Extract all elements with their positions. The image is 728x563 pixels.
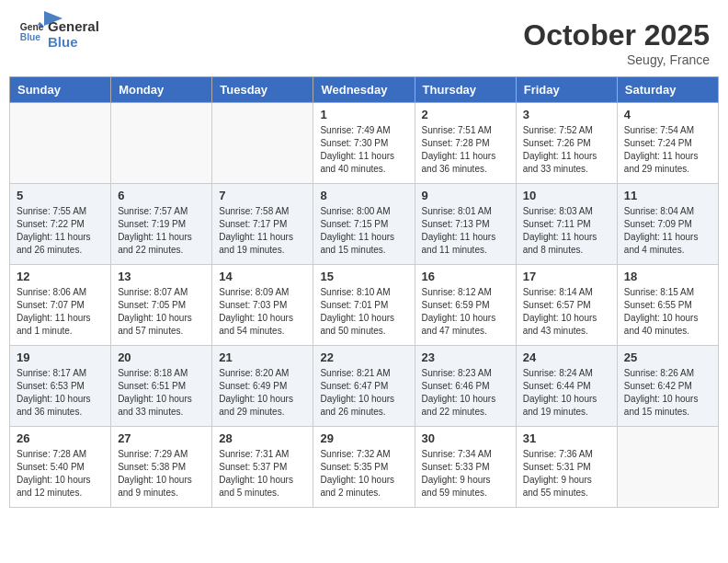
calendar-cell-day-17: 17Sunrise: 8:14 AM Sunset: 6:57 PM Dayli… [516, 265, 617, 346]
cell-content: Sunrise: 8:10 AM Sunset: 7:01 PM Dayligh… [320, 286, 407, 338]
calendar-cell-day-23: 23Sunrise: 8:23 AM Sunset: 6:46 PM Dayli… [415, 346, 516, 427]
location: Seugy, France [523, 52, 710, 67]
calendar-cell-day-13: 13Sunrise: 8:07 AM Sunset: 7:05 PM Dayli… [111, 265, 212, 346]
cell-content: Sunrise: 8:21 AM Sunset: 6:47 PM Dayligh… [320, 367, 407, 419]
cell-content: Sunrise: 8:23 AM Sunset: 6:46 PM Dayligh… [422, 367, 509, 419]
logo-icon: General Blue [18, 18, 44, 44]
calendar-cell-day-21: 21Sunrise: 8:20 AM Sunset: 6:49 PM Dayli… [212, 346, 313, 427]
calendar-cell-day-27: 27Sunrise: 7:29 AM Sunset: 5:38 PM Dayli… [111, 427, 212, 508]
calendar-cell-day-31: 31Sunrise: 7:36 AM Sunset: 5:31 PM Dayli… [516, 427, 617, 508]
calendar-cell-day-29: 29Sunrise: 7:32 AM Sunset: 5:35 PM Dayli… [313, 427, 415, 508]
cell-content: Sunrise: 7:31 AM Sunset: 5:37 PM Dayligh… [219, 448, 306, 500]
calendar-cell-day-9: 9Sunrise: 8:01 AM Sunset: 7:13 PM Daylig… [415, 184, 516, 265]
calendar-table: SundayMondayTuesdayWednesdayThursdayFrid… [9, 76, 719, 508]
cell-content: Sunrise: 7:58 AM Sunset: 7:17 PM Dayligh… [219, 205, 306, 257]
weekday-header-sunday: Sunday [10, 77, 111, 103]
day-number: 8 [320, 189, 407, 202]
day-number: 4 [624, 108, 711, 121]
cell-content: Sunrise: 8:17 AM Sunset: 6:53 PM Dayligh… [17, 367, 104, 419]
day-number: 19 [17, 350, 104, 364]
day-number: 30 [422, 431, 509, 445]
cell-content: Sunrise: 8:15 AM Sunset: 6:55 PM Dayligh… [624, 286, 711, 338]
cell-content: Sunrise: 8:12 AM Sunset: 6:59 PM Dayligh… [422, 286, 509, 338]
cell-content: Sunrise: 8:01 AM Sunset: 7:13 PM Dayligh… [422, 205, 509, 257]
weekday-header-saturday: Saturday [617, 77, 718, 103]
day-number: 27 [118, 431, 205, 445]
day-number: 5 [17, 189, 104, 202]
calendar-header-row: SundayMondayTuesdayWednesdayThursdayFrid… [10, 77, 719, 103]
calendar-cell-day-6: 6Sunrise: 7:57 AM Sunset: 7:19 PM Daylig… [111, 184, 212, 265]
day-number: 21 [219, 350, 306, 364]
cell-content: Sunrise: 8:09 AM Sunset: 7:03 PM Dayligh… [219, 286, 306, 338]
calendar-cell-day-19: 19Sunrise: 8:17 AM Sunset: 6:53 PM Dayli… [10, 346, 111, 427]
weekday-header-monday: Monday [111, 77, 212, 103]
logo: General Blue General Blue [18, 18, 63, 50]
logo-arrow-icon [44, 11, 63, 26]
day-number: 11 [624, 189, 711, 202]
cell-content: Sunrise: 8:20 AM Sunset: 6:49 PM Dayligh… [219, 367, 306, 419]
day-number: 15 [320, 270, 407, 283]
day-number: 7 [219, 189, 306, 202]
calendar-cell-day-8: 8Sunrise: 8:00 AM Sunset: 7:15 PM Daylig… [313, 184, 415, 265]
day-number: 23 [422, 350, 509, 364]
day-number: 25 [624, 350, 711, 364]
cell-content: Sunrise: 8:03 AM Sunset: 7:11 PM Dayligh… [523, 205, 610, 257]
svg-text:Blue: Blue [20, 32, 41, 42]
cell-content: Sunrise: 7:51 AM Sunset: 7:28 PM Dayligh… [422, 124, 509, 176]
day-number: 9 [422, 189, 509, 202]
cell-content: Sunrise: 8:18 AM Sunset: 6:51 PM Dayligh… [118, 367, 205, 419]
weekday-header-tuesday: Tuesday [212, 77, 313, 103]
day-number: 26 [17, 431, 104, 445]
day-number: 18 [624, 270, 711, 283]
calendar-cell-day-7: 7Sunrise: 7:58 AM Sunset: 7:17 PM Daylig… [212, 184, 313, 265]
day-number: 22 [320, 350, 407, 364]
calendar-cell-day-25: 25Sunrise: 8:26 AM Sunset: 6:42 PM Dayli… [617, 346, 718, 427]
cell-content: Sunrise: 7:36 AM Sunset: 5:31 PM Dayligh… [523, 448, 610, 500]
day-number: 12 [17, 270, 104, 283]
cell-content: Sunrise: 8:06 AM Sunset: 7:07 PM Dayligh… [17, 286, 104, 338]
cell-content: Sunrise: 8:04 AM Sunset: 7:09 PM Dayligh… [624, 205, 711, 257]
calendar-cell-day-14: 14Sunrise: 8:09 AM Sunset: 7:03 PM Dayli… [212, 265, 313, 346]
cell-content: Sunrise: 7:28 AM Sunset: 5:40 PM Dayligh… [17, 448, 104, 500]
month-title: October 2025 [523, 18, 710, 52]
day-number: 28 [219, 431, 306, 445]
calendar-week-row: 12Sunrise: 8:06 AM Sunset: 7:07 PM Dayli… [10, 265, 719, 346]
cell-content: Sunrise: 7:55 AM Sunset: 7:22 PM Dayligh… [17, 205, 104, 257]
weekday-header-wednesday: Wednesday [313, 77, 415, 103]
calendar-week-row: 5Sunrise: 7:55 AM Sunset: 7:22 PM Daylig… [10, 184, 719, 265]
calendar-cell-day-2: 2Sunrise: 7:51 AM Sunset: 7:28 PM Daylig… [415, 103, 516, 184]
day-number: 2 [422, 108, 509, 121]
calendar-cell-day-12: 12Sunrise: 8:06 AM Sunset: 7:07 PM Dayli… [10, 265, 111, 346]
logo-blue: Blue [48, 34, 99, 50]
day-number: 24 [523, 350, 610, 364]
calendar-cell-day-1: 1Sunrise: 7:49 AM Sunset: 7:30 PM Daylig… [313, 103, 415, 184]
cell-content: Sunrise: 8:26 AM Sunset: 6:42 PM Dayligh… [624, 367, 711, 419]
calendar-cell-day-28: 28Sunrise: 7:31 AM Sunset: 5:37 PM Dayli… [212, 427, 313, 508]
calendar-cell-day-3: 3Sunrise: 7:52 AM Sunset: 7:26 PM Daylig… [516, 103, 617, 184]
calendar-cell-day-11: 11Sunrise: 8:04 AM Sunset: 7:09 PM Dayli… [617, 184, 718, 265]
cell-content: Sunrise: 8:07 AM Sunset: 7:05 PM Dayligh… [118, 286, 205, 338]
day-number: 3 [523, 108, 610, 121]
cell-content: Sunrise: 7:29 AM Sunset: 5:38 PM Dayligh… [118, 448, 205, 500]
day-number: 14 [219, 270, 306, 283]
day-number: 29 [320, 431, 407, 445]
cell-content: Sunrise: 7:52 AM Sunset: 7:26 PM Dayligh… [523, 124, 610, 176]
day-number: 13 [118, 270, 205, 283]
cell-content: Sunrise: 7:49 AM Sunset: 7:30 PM Dayligh… [320, 124, 407, 176]
cell-content: Sunrise: 7:54 AM Sunset: 7:24 PM Dayligh… [624, 124, 711, 176]
weekday-header-friday: Friday [516, 77, 617, 103]
calendar-week-row: 19Sunrise: 8:17 AM Sunset: 6:53 PM Dayli… [10, 346, 719, 427]
calendar-cell-day-15: 15Sunrise: 8:10 AM Sunset: 7:01 PM Dayli… [313, 265, 415, 346]
calendar-cell-day-16: 16Sunrise: 8:12 AM Sunset: 6:59 PM Dayli… [415, 265, 516, 346]
day-number: 17 [523, 270, 610, 283]
cell-content: Sunrise: 8:24 AM Sunset: 6:44 PM Dayligh… [523, 367, 610, 419]
day-number: 1 [320, 108, 407, 121]
cell-content: Sunrise: 7:34 AM Sunset: 5:33 PM Dayligh… [422, 448, 509, 500]
calendar-cell-empty [10, 103, 111, 184]
calendar-cell-day-26: 26Sunrise: 7:28 AM Sunset: 5:40 PM Dayli… [10, 427, 111, 508]
calendar-week-row: 26Sunrise: 7:28 AM Sunset: 5:40 PM Dayli… [10, 427, 719, 508]
day-number: 16 [422, 270, 509, 283]
cell-content: Sunrise: 7:57 AM Sunset: 7:19 PM Dayligh… [118, 205, 205, 257]
calendar-cell-day-18: 18Sunrise: 8:15 AM Sunset: 6:55 PM Dayli… [617, 265, 718, 346]
cell-content: Sunrise: 8:14 AM Sunset: 6:57 PM Dayligh… [523, 286, 610, 338]
